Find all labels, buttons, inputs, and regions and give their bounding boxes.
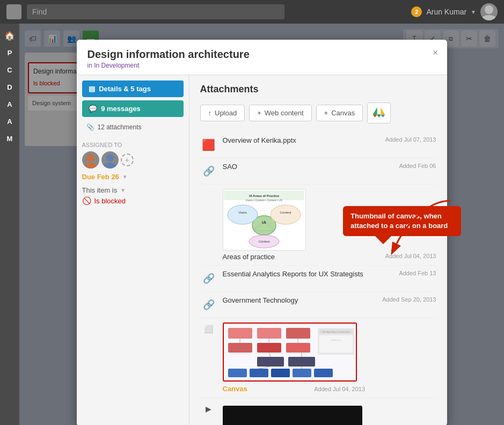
assignee-row: + (82, 151, 184, 168)
sao-name[interactable]: SAO (223, 163, 237, 171)
ia-name[interactable]: Areas of practice (223, 253, 275, 261)
attachments-button[interactable]: 📎 12 attachments (82, 120, 146, 134)
item-status-row[interactable]: This item is ▼ (82, 186, 184, 194)
svg-rect-28 (228, 328, 252, 339)
video-item-icon: ▶ (206, 405, 211, 413)
sidebar-icon-m[interactable]: M (2, 131, 17, 146)
pptx-name[interactable]: Overview of Kerika.pptx (223, 136, 296, 144)
web-content-button[interactable]: + Web content (249, 105, 311, 121)
attachments-section-title: Attachments (200, 84, 436, 95)
attachment-item-canvas: ⬜ (200, 318, 436, 398)
google-drive-button[interactable] (367, 102, 391, 123)
upload-button[interactable]: ↑ Upload (200, 105, 245, 121)
govtech-date: Added Sep 20, 2013 (382, 296, 436, 303)
web-content-plus-icon: + (257, 109, 261, 117)
sidebar-icon-p[interactable]: P (2, 45, 17, 60)
due-date-row[interactable]: Due Feb 26 ▼ (82, 173, 184, 181)
sidebar-icon-home[interactable]: 🏠 (2, 28, 17, 43)
app-logo (6, 4, 21, 19)
canvas-thumbnail[interactable]: The Agile Way to Collaborate kerika.com (223, 323, 357, 382)
blocked-icon: 🚫 (82, 196, 91, 205)
status-dropdown-arrow: ▼ (120, 187, 126, 193)
video-thumbnail[interactable] (223, 406, 362, 425)
modal-subtitle: in In Development (87, 62, 436, 69)
messages-icon: 💬 (89, 105, 97, 113)
canvas-icon-wrap: ⬜ (200, 323, 217, 333)
attachments-label: 12 attachments (98, 123, 142, 131)
video-icon-wrap: ▶ (200, 402, 217, 413)
messages-button[interactable]: 💬 9 messages (82, 100, 184, 117)
assignee-avatar-1[interactable] (82, 151, 99, 168)
analytics-name[interactable]: Essential Analytics Reports for UX Strat… (223, 270, 363, 278)
svg-rect-51 (319, 335, 353, 353)
user-name[interactable]: Arun Kumar (426, 8, 466, 16)
attachment-item-govtech: 🔗 Government Technology Added Sep 20, 20… (200, 292, 436, 318)
attachment-item-sao: 🔗 SAO Added Feb 06 (200, 158, 436, 185)
govtech-name[interactable]: Government Technology (223, 296, 298, 304)
search-input[interactable] (27, 4, 284, 19)
modal-overlay: Thumbnail of canvas, when attached to a … (19, 24, 504, 425)
svg-point-19 (228, 205, 258, 224)
svg-point-5 (104, 163, 116, 168)
upload-icon: ↑ (208, 109, 212, 117)
modal-content: Attachments ↑ Upload + Web content (189, 75, 447, 425)
modal-close-button[interactable]: × (433, 47, 439, 58)
messages-btn-label: 9 messages (101, 105, 141, 113)
svg-rect-29 (257, 328, 281, 339)
pptx-date: Added Jul 07, 2013 (385, 136, 436, 143)
notification-badge[interactable]: 2 (411, 6, 422, 17)
upload-btn-label: Upload (215, 109, 237, 117)
paperclip-icon: 📎 (86, 123, 94, 131)
pptx-icon: 🟥 (200, 136, 217, 153)
sidebar-icon-a[interactable]: A (2, 97, 17, 112)
tooltip-text: Thumbnail of canvas, when attached to a … (350, 212, 448, 230)
svg-rect-32 (257, 343, 281, 353)
upload-buttons: ↑ Upload + Web content + Canvas (200, 102, 436, 123)
sidebar-icon-d[interactable]: D (2, 79, 17, 94)
svg-rect-31 (228, 343, 252, 353)
web-content-btn-label: Web content (265, 109, 304, 117)
svg-rect-39 (293, 369, 311, 377)
canvas-button[interactable]: + Canvas (316, 105, 363, 121)
blocked-row: 🚫 Is blocked (82, 196, 184, 205)
blocked-label: Is blocked (94, 197, 126, 205)
attachment-govtech-info: Government Technology Added Sep 20, 2013 (223, 296, 436, 304)
item-status-label: This item is (82, 186, 118, 194)
left-sidebar: 🏠 P C D A A M (0, 24, 19, 425)
svg-point-1 (481, 15, 496, 20)
canvas-diagram-svg: The Agile Way to Collaborate kerika.com (224, 324, 357, 382)
attachment-item-video: ▶ (200, 398, 436, 425)
svg-point-3 (84, 163, 97, 168)
canvas-btn-label: Canvas (331, 109, 355, 117)
svg-rect-37 (250, 369, 268, 377)
details-tags-button[interactable]: ▤ Details & 5 tags (82, 80, 184, 97)
modal-title: Design information architecture (87, 48, 436, 61)
header: 2 Arun Kumar ▼ (0, 0, 504, 24)
svg-text:Content: Content (280, 211, 291, 214)
user-avatar[interactable] (480, 3, 498, 20)
svg-rect-38 (271, 369, 290, 377)
svg-text:IA Areas of Practice: IA Areas of Practice (249, 194, 280, 197)
analytics-date: Added Feb 13 (399, 270, 436, 276)
canvas-label[interactable]: Canvas (223, 385, 247, 393)
details-icon: ▤ (89, 85, 95, 93)
ia-diagram-svg: IA Areas of Practice Users • Content • C… (224, 190, 304, 250)
svg-text:Users: Users (238, 211, 247, 214)
sidebar-icon-ab[interactable]: A (2, 114, 17, 129)
ia-thumbnail[interactable]: IA Areas of Practice Users • Content • C… (223, 189, 306, 251)
modal-header: Design information architecture in In De… (77, 40, 447, 75)
due-date-label: Due Feb 26 (82, 173, 119, 181)
attachment-sao-info: SAO Added Feb 06 (223, 163, 436, 171)
board-area: 🏷 📊 👥 ▬ T ✓ ⧉ ✂ 🗑 Design information arc… (19, 24, 504, 425)
attachment-canvas-info: The Agile Way to Collaborate kerika.com … (223, 323, 436, 393)
attachment-pptx-info: Overview of Kerika.pptx Added Jul 07, 20… (223, 136, 436, 144)
due-date-arrow: ▼ (122, 174, 128, 180)
sidebar-icon-c[interactable]: C (2, 62, 17, 77)
canvas-item-icon: ⬜ (204, 325, 213, 333)
assignee-avatar-2[interactable] (101, 151, 119, 168)
add-assignee-button[interactable]: + (121, 153, 134, 166)
canvas-label-row: Canvas Added Jul 04, 2013 (223, 384, 436, 393)
assigned-to-section: Assigned to + (82, 142, 184, 168)
tooltip-callout: Thumbnail of canvas, when attached to a … (343, 206, 461, 236)
user-dropdown-arrow[interactable]: ▼ (471, 9, 476, 15)
